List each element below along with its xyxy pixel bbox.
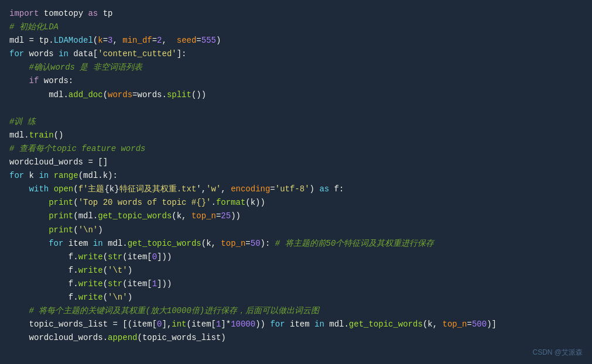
punc: ( (172, 211, 176, 221)
var-mdl-k: mdl (83, 171, 98, 180)
num-500: 500 (472, 320, 487, 329)
punc-comma2: , (221, 184, 225, 194)
code-line-20: f.write('\t') (9, 264, 583, 277)
code-text (437, 320, 442, 329)
code-line-21: f.write(str(item[1])) (9, 277, 583, 291)
punc: . (24, 131, 29, 140)
str-fstring: f'主题 (78, 184, 105, 194)
punc: ( (73, 198, 78, 207)
punc-comma: , (182, 211, 186, 221)
param-top-n2: top_n (221, 239, 245, 248)
code-line-2: # 初始化LDA (9, 20, 583, 34)
var-f: f (69, 252, 73, 262)
code-line-12: wordcloud_words = [] (9, 156, 583, 169)
str-utf8: 'utf-8' (275, 184, 310, 194)
indent (9, 320, 29, 329)
punc: [ (93, 49, 98, 59)
code-line-5: #确认words 是 非空词语列表 (9, 61, 583, 74)
punc: )) (231, 211, 241, 221)
punc: ( (201, 239, 206, 248)
op-assign: = (88, 157, 93, 167)
var-f4: f (69, 293, 73, 302)
code-text (167, 36, 177, 45)
punc: ], (162, 320, 172, 329)
code-line-25: wordcloud_words.append(topic_words_list) (9, 331, 583, 345)
punc: . (98, 171, 102, 180)
indent (9, 293, 69, 302)
var-item0b: item (132, 320, 152, 329)
comment-save-top50: # 将主题的前50个特征词及其权重进行保存 (275, 239, 434, 248)
var-mdl: mdl (49, 90, 63, 99)
punc: )] (487, 320, 497, 329)
indent (9, 198, 49, 207)
punc: . (63, 90, 68, 99)
code-line-19: f.write(str(item[0])) (9, 250, 583, 264)
code-line-18: for item in mdl.get_topic_words(k, top_n… (9, 237, 583, 250)
punc: ( (103, 279, 108, 289)
keyword-if: if (29, 76, 39, 85)
code-text: tp. (34, 36, 54, 45)
op-eq: = (467, 320, 472, 329)
comment-init-lda: # 初始化LDA (9, 22, 59, 32)
comment-save-wordcloud: # 将每个主题的关键词及其权重(放大10000倍)进行保存，后面可以做出词云图 (29, 306, 320, 315)
punc: . (162, 90, 167, 99)
func-split: split (167, 90, 191, 99)
indent (9, 184, 29, 194)
param-top-n3: top_n (443, 320, 467, 329)
op-eq: = (152, 36, 157, 45)
code-line-1: import tomotopy as tp (9, 7, 583, 20)
code-text (49, 171, 53, 180)
keyword-for: for (9, 49, 24, 59)
punc: [ (147, 279, 152, 289)
code-line-16: print(mdl.get_topic_words(k, top_n=25)) (9, 210, 583, 223)
code-line-17: print('\n') (9, 224, 583, 237)
punc: , (112, 36, 117, 45)
code-line-15: print('Top 20 words of topic #{}'.format… (9, 196, 583, 210)
indent (9, 306, 29, 315)
punc: . (73, 279, 78, 289)
var-item1: item (128, 279, 148, 289)
code-line-4: for words in data['content_cutted']: (9, 47, 583, 61)
op-eq: = (245, 239, 250, 248)
func-get-topic-words3: get_topic_words (349, 320, 423, 329)
var-topic-words-list: topic_words_list (29, 320, 113, 329)
indent (9, 225, 49, 235)
keyword-in3: in (93, 239, 103, 248)
punc: ( (73, 225, 78, 235)
punc-brace-close: } (114, 184, 119, 194)
punc: . (344, 320, 348, 329)
class-ldamodel: LDAModel (54, 36, 93, 45)
punc: ) (98, 225, 102, 235)
func-str2: str (108, 279, 122, 289)
num-2: 2 (157, 36, 162, 45)
code-line-10: mdl.train() (9, 129, 583, 142)
code-line-9: #训 练 (9, 115, 583, 129)
code-line-6: if words: (9, 74, 583, 88)
code-line-23: # 将每个主题的关键词及其权重(放大10000倍)进行保存，后面可以做出词云图 (9, 304, 583, 318)
str-content-cutted: 'content_cutted' (98, 49, 176, 59)
punc: ( (78, 171, 83, 180)
code-editor: import tomotopy as tp # 初始化LDA mdl = tp.… (0, 0, 592, 364)
punc: ])) (157, 252, 172, 262)
punc: ]: (177, 49, 187, 59)
punc: ): (108, 171, 118, 180)
indent (9, 239, 49, 248)
param-min-df: min_df (122, 36, 152, 45)
punc: . (211, 198, 215, 207)
var-f2: f (69, 266, 73, 275)
num-10000: 10000 (231, 320, 255, 329)
param-words: words (108, 90, 132, 99)
punc: . (93, 211, 98, 221)
var-f3: f (69, 279, 73, 289)
func-print3: print (49, 225, 73, 235)
func-str1: str (108, 252, 122, 262)
func-get-topic-words1: get_topic_words (98, 211, 172, 221)
num-0: 0 (152, 252, 157, 262)
punc-brace: { (104, 184, 109, 194)
punc: ( (122, 279, 127, 289)
indent (9, 63, 29, 72)
code-line-13: for k in range(mdl.k): (9, 169, 583, 183)
code-text: tp (98, 9, 112, 18)
punc: . (73, 293, 78, 302)
param-k: k (98, 36, 102, 45)
